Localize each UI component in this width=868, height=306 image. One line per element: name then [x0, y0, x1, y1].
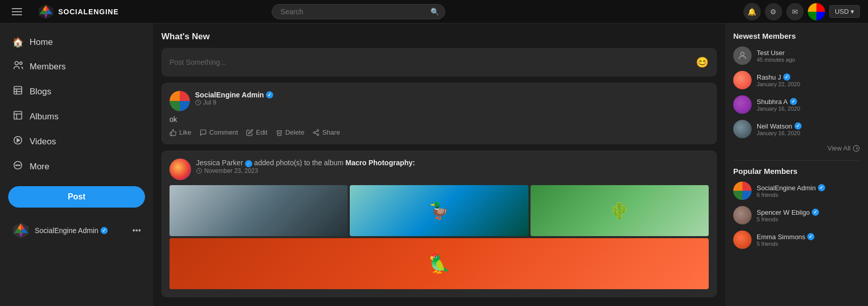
test-user-avatar	[733, 46, 752, 65]
sidebar-user-name-text: SocialEngine Admin ✓	[35, 226, 108, 235]
spencer-verified: ✓	[812, 209, 819, 216]
feed-post-admin: SocialEngine Admin ✓ Jul 9 ok Like	[161, 83, 717, 144]
sidebar-item-home-label: Home	[30, 37, 53, 47]
newest-member-test-user[interactable]: Test User 45 minutes ago	[733, 46, 860, 65]
view-all-newest-link[interactable]: View All	[828, 144, 860, 152]
sidebar-item-blogs[interactable]: Blogs	[4, 80, 149, 103]
currency-selector[interactable]: USD ▾	[829, 5, 860, 18]
view-all-newest-row[interactable]: View All	[733, 144, 860, 152]
se-admin-info: SocialEngine Admin ✓ 6 friends	[757, 184, 825, 198]
jessica-post-header: Jessica Parker ✓ added photo(s) to the a…	[170, 159, 709, 180]
settings-button[interactable]: ⚙	[765, 3, 782, 20]
emma-info: Emma Simmons ✓ 5 friends	[757, 233, 814, 247]
post-content-text: ok	[170, 115, 709, 123]
svg-line-30	[315, 131, 317, 132]
shubhra-info: Shubhra A ✓ January 16, 2020	[757, 98, 800, 112]
notifications-button[interactable]: 🔔	[743, 3, 761, 20]
sidebar-item-more[interactable]: More	[4, 155, 149, 178]
more-icon	[12, 160, 23, 173]
svg-point-33	[853, 145, 859, 151]
sidebar-user-logo-icon	[12, 222, 30, 239]
share-button[interactable]: Share	[312, 129, 340, 136]
post-input-area[interactable]: Post Something... 😊	[161, 48, 717, 76]
search-bar-container: 🔍	[272, 4, 445, 19]
svg-point-32	[741, 52, 744, 56]
jessica-meta: Jessica Parker ✓ added photo(s) to the a…	[196, 159, 415, 174]
newest-member-shubhra[interactable]: Shubhra A ✓ January 16, 2020	[733, 95, 860, 114]
post-author-name: SocialEngine Admin ✓	[195, 91, 273, 99]
shubhra-time: January 16, 2020	[757, 106, 800, 112]
post-meta: SocialEngine Admin ✓ Jul 9	[195, 91, 273, 106]
sidebar-item-members-label: Members	[30, 62, 66, 72]
popular-members-title: Popular Members	[733, 167, 860, 175]
svg-point-17	[17, 165, 18, 166]
hamburger-icon	[12, 8, 22, 15]
user-avatar-button[interactable]	[808, 3, 825, 20]
emma-name: Emma Simmons ✓	[757, 233, 814, 241]
emma-avatar	[733, 231, 752, 249]
emoji-picker-icon[interactable]: 😊	[696, 56, 709, 68]
edit-button[interactable]: Edit	[246, 129, 267, 136]
newest-members-title: Newest Members	[733, 32, 860, 40]
se-admin-friends: 6 friends	[757, 192, 825, 198]
comment-button[interactable]: Comment	[200, 129, 238, 136]
hamburger-menu-button[interactable]	[8, 3, 26, 20]
neil-time: January 16, 2020	[757, 130, 802, 136]
neil-avatar	[733, 120, 752, 138]
emma-verified: ✓	[807, 233, 814, 240]
sidebar-item-albums-label: Albums	[30, 112, 59, 122]
spencer-info: Spencer W Ebligo ✓ 5 friends	[757, 209, 819, 222]
neil-verified: ✓	[794, 122, 802, 130]
newest-member-rashu[interactable]: Rashu J ✓ January 22, 2020	[733, 71, 860, 89]
svg-point-6	[15, 62, 18, 65]
search-input[interactable]	[272, 4, 445, 19]
spencer-avatar	[733, 206, 752, 224]
post-button[interactable]: Post	[8, 186, 145, 208]
rashu-avatar	[733, 71, 752, 89]
sidebar-divider	[733, 160, 860, 161]
post-actions-row: Like Comment Edit Delete Share	[170, 129, 709, 136]
rashu-info: Rashu J ✓ January 22, 2020	[757, 73, 800, 87]
sidebar-item-members[interactable]: Members	[4, 55, 149, 78]
sidebar-item-videos-label: Videos	[30, 137, 56, 147]
popular-member-spencer[interactable]: Spencer W Ebligo ✓ 5 friends	[733, 206, 860, 224]
search-submit-button[interactable]: 🔍	[430, 8, 439, 16]
popular-member-emma[interactable]: Emma Simmons ✓ 5 friends	[733, 231, 860, 249]
emma-friends: 5 friends	[757, 241, 814, 247]
jessica-author-line: Jessica Parker ✓ added photo(s) to the a…	[196, 159, 415, 167]
svg-point-18	[19, 165, 20, 166]
main-feed: What's New Post Something... 😊 SocialEng…	[153, 23, 725, 306]
brand-logo-area[interactable]: SOCIALENGINE	[38, 4, 119, 20]
svg-point-7	[19, 62, 22, 64]
sidebar-item-albums[interactable]: Albums	[4, 105, 149, 128]
post-placeholder-text: Post Something...	[170, 58, 226, 66]
members-icon	[12, 60, 23, 73]
jessica-post-date: November 23, 2023	[196, 167, 415, 174]
rashu-time: January 22, 2020	[757, 81, 800, 87]
photo-grid-top: 🦆 🌵	[170, 185, 709, 236]
post-author-verified: ✓	[266, 91, 273, 98]
post-date: Jul 9	[195, 99, 273, 106]
blogs-icon	[12, 85, 23, 98]
newest-member-neil[interactable]: Neil Watson ✓ January 16, 2020	[733, 120, 860, 138]
rashu-name: Rashu J ✓	[757, 73, 800, 81]
delete-button[interactable]: Delete	[276, 129, 305, 136]
like-button[interactable]: Like	[170, 129, 191, 136]
photo-duck[interactable]: 🦆	[350, 185, 528, 236]
photo-cactus[interactable]: 🌵	[531, 185, 709, 236]
sidebar-user-profile[interactable]: SocialEngine Admin ✓ •••	[4, 216, 149, 245]
svg-point-16	[16, 165, 17, 166]
photo-leaves[interactable]	[170, 185, 348, 236]
socialengine-logo-icon	[38, 4, 54, 20]
user-options-button[interactable]: •••	[132, 226, 141, 235]
brand-name-text: SOCIALENGINE	[58, 8, 119, 16]
rashu-verified: ✓	[783, 73, 790, 81]
svg-rect-12	[14, 112, 22, 119]
popular-member-se-admin[interactable]: SocialEngine Admin ✓ 6 friends	[733, 182, 860, 200]
jessica-avatar[interactable]	[170, 159, 191, 180]
messages-button[interactable]: ✉	[786, 3, 804, 20]
sidebar-item-videos[interactable]: Videos	[4, 130, 149, 153]
sidebar-item-home[interactable]: 🏠 Home	[4, 32, 149, 53]
post-author-avatar[interactable]	[170, 91, 190, 111]
photo-bird[interactable]: 🦜	[170, 238, 709, 289]
